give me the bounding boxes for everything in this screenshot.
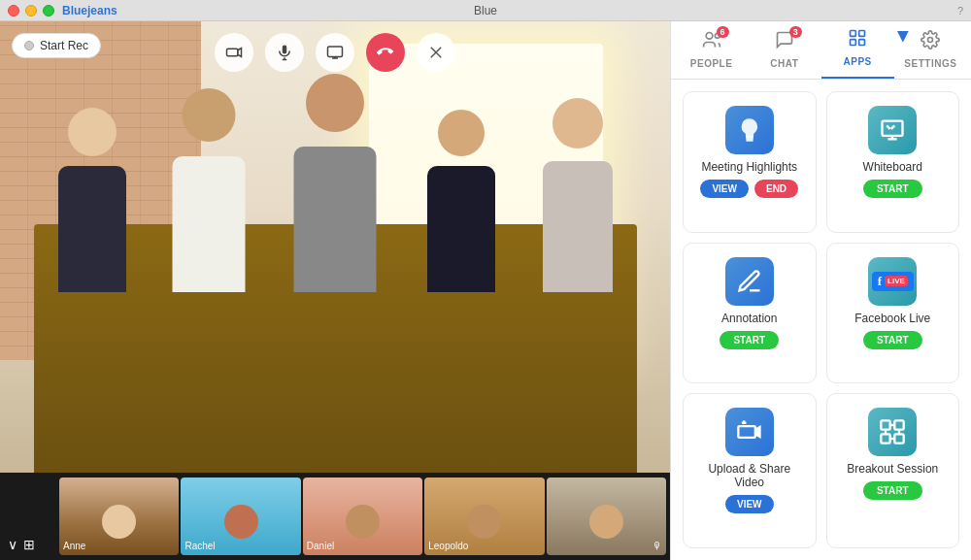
main-content: Start Rec [0,21,971,560]
person-4 [418,98,505,292]
svg-rect-30 [895,435,904,444]
annotation-icon [725,257,774,306]
facebook-live-icon: f LIVE [868,257,917,306]
breakout-session-buttons: START [863,481,922,500]
camera-button[interactable] [215,33,253,72]
chat-label: CHAT [770,58,798,69]
whiteboard-buttons: START [863,180,922,198]
video-area: Start Rec [0,21,670,560]
video-controls [215,33,455,72]
start-rec-label: Start Rec [40,39,88,52]
meeting-highlights-name: Meeting Highlights [701,160,797,174]
thumbnail-leopoldo-name: Leopoldo [428,541,468,551]
sidebar: ▲ 6 PEOPLE [670,21,971,560]
end-call-button[interactable] [366,33,405,72]
breakout-session-name: Breakout Session [847,462,938,476]
svg-rect-23 [738,426,755,438]
window-title: Blue [474,4,497,17]
apps-grid: Meeting Highlights VIEW END [671,80,971,560]
mic-button[interactable] [265,33,304,72]
app-logo: Bluejeans [62,4,117,17]
screen-share-button[interactable] [316,33,354,72]
app-whiteboard[interactable]: Whiteboard START [826,91,960,233]
nav-tabs: 6 PEOPLE 3 CHAT [671,21,971,80]
chat-icon: 3 [775,30,794,54]
people-label: PEOPLE [690,58,733,69]
svg-rect-0 [227,49,238,56]
upload-share-buttons: VIEW [725,495,774,513]
rec-dot [24,41,34,50]
svg-point-16 [928,38,933,43]
breakout-session-start-button[interactable]: START [863,481,922,500]
annotation-name: Annotation [721,312,777,325]
maximize-button[interactable] [43,5,54,16]
svg-rect-29 [882,435,890,444]
tab-people[interactable]: 6 PEOPLE [675,22,748,79]
svg-point-10 [706,33,713,40]
thumbnail-leopoldo: Leopoldo [424,478,544,555]
thumbnail-rachel: Rachel [181,478,300,555]
traffic-lights [8,5,54,16]
app-upload-share[interactable]: Upload & Share Video VIEW [683,393,817,548]
settings-icon [921,30,940,54]
people-badge: 6 [717,26,729,38]
video-thumbnails: ∨ ⊞ Anne Rachel Daniel [0,473,670,560]
meeting-highlights-end-button[interactable]: END [754,180,798,198]
upload-share-view-button[interactable]: VIEW [725,495,774,513]
thumbnail-rachel-name: Rachel [184,541,215,551]
tab-apps[interactable]: APPS [821,21,894,79]
expand-icon[interactable]: ∨ [8,537,17,552]
thumbnail-5: 🎙 [547,478,666,555]
settings-label: SETTINGS [904,58,956,69]
tab-settings[interactable]: SETTINGS [894,22,967,79]
start-rec-button[interactable]: Start Rec [12,33,101,58]
video-scene [0,21,670,473]
upload-share-icon [725,408,774,456]
chat-badge: 3 [789,26,802,38]
close-button[interactable] [8,5,19,16]
facebook-live-name: Facebook Live [854,312,930,325]
svg-marker-1 [238,49,242,57]
video-main [0,21,670,473]
person-1 [49,98,136,292]
thumbnail-5-mic: 🎙 [653,541,662,551]
whiteboard-icon [868,106,917,154]
facebook-live-start-button[interactable]: START [863,331,922,349]
tab-chat[interactable]: 3 CHAT [748,22,820,79]
apps-icon [848,28,867,52]
upload-share-name: Upload & Share Video [693,462,806,489]
people-group [34,69,637,292]
grid-icon[interactable]: ⊞ [23,537,35,552]
close-video-button[interactable] [417,33,455,72]
people-icon: 6 [702,30,721,54]
annotation-buttons: START [720,331,779,349]
help-icon[interactable]: ? [957,5,963,16]
person-3 [282,69,388,292]
app-annotation[interactable]: Annotation START [683,243,817,384]
meeting-highlights-icon [725,106,774,154]
svg-rect-15 [859,40,865,46]
whiteboard-start-button[interactable]: START [863,180,922,198]
svg-line-21 [887,125,890,129]
annotation-start-button[interactable]: START [720,331,779,349]
thumbnail-daniel-name: Daniel [307,541,334,551]
breakout-session-icon [868,408,917,456]
svg-rect-5 [328,47,343,57]
svg-line-22 [891,125,895,129]
title-bar: Bluejeans Blue ? [0,0,971,21]
apps-label: APPS [844,56,872,67]
minimize-button[interactable] [25,5,37,16]
meeting-highlights-buttons: VIEW END [700,180,798,198]
app-meeting-highlights[interactable]: Meeting Highlights VIEW END [683,91,817,233]
svg-rect-12 [851,31,856,37]
thumb-controls: ∨ ⊞ [8,537,35,552]
person-2 [165,79,252,292]
thumbnail-anne: Anne [59,478,179,555]
meeting-highlights-view-button[interactable]: VIEW [700,180,749,198]
whiteboard-name: Whiteboard [863,160,922,174]
svg-rect-2 [283,46,287,54]
facebook-live-buttons: START [863,331,922,349]
app-facebook-live[interactable]: f LIVE Facebook Live START [826,243,960,384]
app-breakout-session[interactable]: Breakout Session START [826,393,960,548]
svg-rect-13 [859,31,865,37]
